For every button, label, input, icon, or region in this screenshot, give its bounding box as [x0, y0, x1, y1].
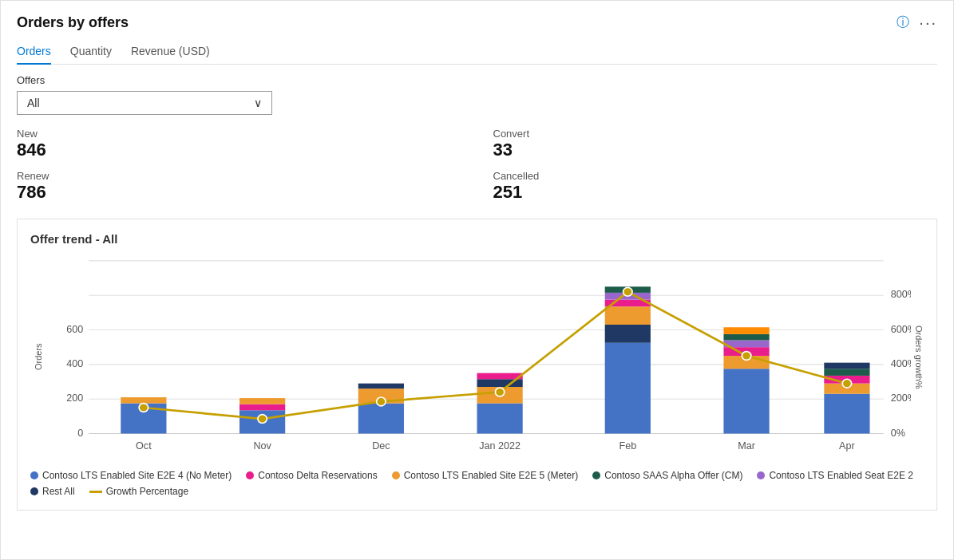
svg-text:Apr: Apr: [839, 440, 855, 452]
legend-item-3: Contoso LTS Enabled Site E2E 5 (Meter): [392, 470, 579, 481]
chart-title: Offer trend - All: [30, 232, 924, 246]
header: Orders by offers ⓘ ···: [17, 14, 937, 32]
y-axis-right-label: Orders growth%: [911, 252, 924, 462]
info-icon[interactable]: ⓘ: [897, 14, 909, 31]
legend-label-4: Contoso SAAS Alpha Offer (CM): [604, 470, 742, 481]
svg-rect-44: [723, 334, 769, 341]
svg-text:800%: 800%: [891, 290, 911, 301]
stat-convert: Convert 33: [493, 128, 938, 160]
stat-cancelled-label: Cancelled: [493, 170, 938, 182]
legend-item-1: Contoso LTS Enabled Site E2E 4 (No Meter…: [30, 470, 232, 481]
legend-color-6: [30, 487, 38, 495]
dropdown-value: All: [27, 97, 40, 109]
svg-point-54: [495, 388, 504, 396]
svg-rect-40: [723, 369, 769, 433]
offers-label: Offers: [17, 74, 937, 86]
svg-text:400: 400: [66, 358, 83, 369]
legend-label-6: Rest All: [42, 486, 75, 497]
chevron-down-icon: ∨: [254, 97, 262, 109]
svg-text:Dec: Dec: [372, 440, 390, 452]
svg-rect-49: [824, 369, 869, 376]
svg-point-53: [377, 397, 386, 406]
chart-svg: 0 200 400 600 0% 200% 400% 600% 800% Oct…: [43, 252, 911, 459]
header-actions: ⓘ ···: [897, 14, 937, 32]
legend-item-4: Contoso SAAS Alpha Offer (CM): [592, 470, 742, 481]
svg-rect-26: [239, 398, 285, 404]
svg-point-57: [842, 379, 851, 388]
stat-renew-label: Renew: [17, 170, 461, 182]
svg-text:0: 0: [77, 428, 83, 439]
page-title: Orders by offers: [17, 14, 129, 31]
legend-label-5: Contoso LTS Enabled Seat E2E 2: [769, 470, 913, 481]
stat-new: New 846: [17, 128, 461, 160]
legend-label-7: Growth Percentage: [106, 486, 188, 497]
svg-rect-27: [358, 404, 404, 434]
stat-new-label: New: [17, 128, 461, 140]
stat-new-value: 846: [17, 140, 461, 160]
svg-point-51: [139, 404, 148, 412]
svg-rect-34: [605, 343, 651, 434]
legend-color-7: [89, 491, 102, 493]
svg-point-52: [258, 415, 267, 424]
tab-quantity[interactable]: Quantity: [70, 40, 112, 64]
stats-grid: New 846 Convert 33 Renew 786 Cancelled 2…: [17, 128, 937, 203]
main-container: Orders by offers ⓘ ··· Orders Quantity R…: [0, 0, 954, 560]
legend-item-2: Contoso Delta Reservations: [246, 470, 377, 481]
svg-text:200: 200: [66, 393, 83, 404]
legend-color-2: [246, 471, 254, 479]
svg-text:Feb: Feb: [619, 440, 636, 452]
svg-rect-50: [824, 363, 869, 369]
stat-renew: Renew 786: [17, 170, 461, 203]
svg-rect-46: [824, 394, 869, 434]
y-axis-left-label: Orders: [30, 252, 43, 462]
svg-rect-25: [239, 404, 285, 411]
legend-color-4: [592, 471, 600, 479]
svg-text:Oct: Oct: [136, 440, 152, 452]
legend-label-2: Contoso Delta Reservations: [258, 470, 377, 481]
legend-color-5: [757, 471, 765, 479]
tab-revenue[interactable]: Revenue (USD): [131, 40, 210, 64]
legend-color-3: [392, 471, 400, 479]
svg-text:600: 600: [66, 324, 83, 335]
chart-section: Offer trend - All Orders 0 200 400 600: [17, 219, 937, 511]
legend-item-5: Contoso LTS Enabled Seat E2E 2: [757, 470, 913, 481]
tab-orders[interactable]: Orders: [17, 40, 51, 64]
more-options-icon[interactable]: ···: [919, 14, 937, 32]
chart-inner: 0 200 400 600 0% 200% 400% 600% 800% Oct…: [43, 252, 911, 462]
stat-renew-value: 786: [17, 182, 461, 203]
svg-rect-45: [723, 327, 769, 334]
chart-area: Orders 0 200 400 600 0%: [30, 252, 924, 462]
svg-text:Mar: Mar: [738, 440, 755, 452]
svg-rect-23: [121, 397, 166, 404]
legend-label-3: Contoso LTS Enabled Site E2E 5 (Meter): [404, 470, 579, 481]
legend-label-1: Contoso LTS Enabled Site E2E 4 (No Meter…: [42, 470, 232, 481]
svg-text:Nov: Nov: [253, 440, 271, 452]
svg-rect-36: [605, 306, 651, 325]
stat-convert-label: Convert: [493, 128, 938, 140]
chart-legend: Contoso LTS Enabled Site E2E 4 (No Meter…: [30, 470, 924, 497]
legend-color-1: [30, 471, 38, 479]
stat-cancelled: Cancelled 251: [493, 170, 938, 203]
svg-text:200%: 200%: [891, 393, 911, 404]
svg-rect-29: [358, 384, 404, 389]
offers-dropdown[interactable]: All ∨: [17, 91, 272, 115]
svg-text:400%: 400%: [891, 358, 911, 369]
legend-item-6: Rest All: [30, 486, 75, 497]
svg-rect-35: [605, 325, 651, 343]
svg-text:600%: 600%: [891, 324, 911, 335]
svg-point-55: [623, 287, 632, 296]
svg-rect-30: [477, 404, 523, 434]
stat-cancelled-value: 251: [493, 182, 938, 203]
svg-text:0%: 0%: [891, 428, 905, 439]
legend-item-7: Growth Percentage: [89, 486, 188, 497]
tab-bar: Orders Quantity Revenue (USD): [17, 40, 937, 65]
svg-text:Jan 2022: Jan 2022: [479, 440, 521, 452]
svg-point-56: [742, 352, 750, 361]
stat-convert-value: 33: [493, 140, 938, 160]
